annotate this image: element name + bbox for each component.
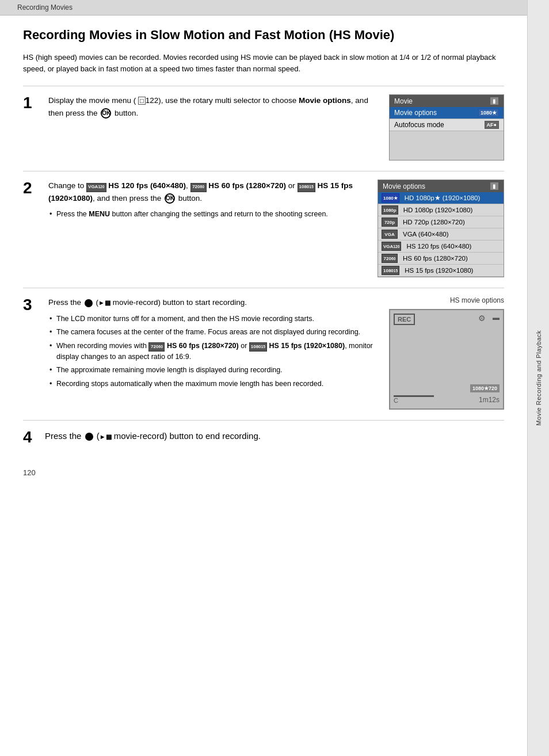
step-1-instruction: Display the movie menu ( □122), use the …: [48, 94, 380, 119]
screen2-badge-0: 1080★: [382, 193, 399, 203]
step-3-bullet-4: Recording stops automatically when the m…: [48, 379, 380, 390]
step-3-bullets: The LCD monitor turns off for a moment, …: [48, 314, 380, 390]
step-4-instruction: Press the (►▩ movie-record) button to en…: [45, 429, 504, 443]
72060-badge-inline: 72060: [148, 342, 165, 352]
screen2-badge-1: 1080p: [382, 205, 398, 215]
step-4-row: 4 Press the (►▩ movie-record) button to …: [23, 429, 504, 446]
main-content: Recording Movies Recording Movies in Slo…: [0, 0, 527, 756]
sidebar-text: Movie Recording and Playback: [535, 330, 542, 426]
rec-badge: REC: [394, 314, 415, 325]
step-3-number: 3: [23, 296, 39, 314]
record-button-icon-4: [85, 433, 93, 441]
hs-time-display: 1m12s: [479, 396, 500, 404]
screen2-item-0: 1080★ HD 1080p★ (1920×1080): [378, 192, 504, 204]
108015-badge-inline: 108015: [249, 342, 267, 352]
step-1-row: 1 Display the movie menu ( □122), use th…: [23, 94, 504, 161]
content-area: Recording Movies in Slow Motion and Fast…: [0, 16, 527, 756]
movie-options-screen: Movie options ▮ 1080★ HD 1080p★ (1920×10…: [378, 180, 504, 277]
screen2-item-1: 1080p HD 1080p (1920×1080): [378, 204, 504, 216]
screen2-badge-4: VGA120: [382, 242, 401, 251]
screen1-badge-0: 1080★: [478, 109, 499, 117]
108015-badge: 108015: [298, 183, 315, 192]
screen2-title: Movie options ▮: [378, 180, 504, 192]
step-2-body: Change to VGA120 HS 120 fps (640×480), 7…: [48, 180, 368, 223]
screen2-badge-5: 72060: [382, 254, 398, 263]
screen2-item-6: 108015 HS 15 fps (1920×1080): [378, 265, 504, 277]
screen2-item-2: 720p HD 720p (1280×720): [378, 216, 504, 228]
step-3-section: 3 Press the (►▩ movie-record) button to …: [23, 288, 504, 410]
screen1-badge-1: AF●: [485, 121, 499, 129]
step-3-bullet-3: The approximate remaining movie length i…: [48, 365, 380, 376]
ok-button-icon: OK: [101, 108, 111, 119]
sidebar: Movie Recording and Playback: [527, 0, 549, 756]
screen1-mode-icon: ▮: [490, 97, 499, 105]
screen2-mode-icon: ▮: [490, 182, 499, 190]
settings-icon: ⚙: [478, 314, 486, 323]
movie-menu-screen: Movie ▮ Movie options 1080★ Autofocus mo…: [389, 94, 504, 161]
step-3-bullet-0: The LCD monitor turns off for a moment, …: [48, 314, 380, 324]
step-2-bullets: Press the MENU button after changing the…: [48, 209, 368, 220]
step-3-bullet-2: When recording movies with 72060 HS 60 f…: [48, 341, 380, 363]
step-1-number: 1: [23, 94, 39, 112]
step-4-number: 4: [23, 429, 39, 446]
hs-c-label: C: [394, 397, 398, 404]
vga120-badge: VGA120: [86, 183, 106, 192]
step-2-number: 2: [23, 180, 39, 197]
step-2-image: Movie options ▮ 1080★ HD 1080p★ (1920×10…: [378, 180, 504, 277]
step-1-section: 1 Display the movie menu ( □122), use th…: [23, 86, 504, 161]
screen2-badge-6: 108015: [382, 266, 399, 275]
screen1-empty-space: [390, 131, 504, 160]
movie-record-symbol-4: ►▩: [100, 433, 112, 440]
step-3-bullet-1: The camera focuses at the center of the …: [48, 327, 380, 338]
movie-record-symbol: ►▩: [98, 299, 110, 306]
step-1-image: Movie ▮ Movie options 1080★ Autofocus mo…: [389, 94, 504, 161]
step-2-instruction: Change to VGA120 HS 120 fps (640×480), 7…: [48, 180, 368, 204]
screen2-item-3: VGA VGA (640×480): [378, 228, 504, 240]
screen1-item-0: Movie options 1080★: [390, 107, 504, 119]
page-title: Recording Movies in Slow Motion and Fast…: [23, 27, 504, 44]
menu-icon: ▬: [493, 314, 500, 322]
page-number: 120: [23, 457, 504, 483]
step-4-body: Press the (►▩ movie-record) button to en…: [45, 429, 504, 446]
step-1-body: Display the movie menu ( □122), use the …: [48, 94, 380, 123]
step-3-instruction: Press the (►▩ movie-record) button to st…: [48, 296, 380, 309]
screen2-item-5: 72060 HS 60 fps (1280×720): [378, 253, 504, 265]
hs-progress-bar: [394, 395, 434, 397]
ok-button-icon-2: OK: [165, 193, 175, 204]
breadcrumb-text: Recording Movies: [17, 3, 73, 12]
step-3-image: HS movie options REC ⚙ ▬ 1080★720 C 1m1: [389, 296, 504, 410]
screen2-badge-3: VGA: [382, 230, 398, 239]
screen2-badge-2: 720p: [382, 217, 398, 227]
step-2-section: 2 Change to VGA120 HS 120 fps (640×480),…: [23, 171, 504, 277]
record-button-icon: [85, 299, 93, 307]
hs-preview-screen: REC ⚙ ▬ 1080★720 C 1m12s: [389, 309, 504, 410]
step-2-row: 2 Change to VGA120 HS 120 fps (640×480),…: [23, 180, 504, 277]
hs-options-label: HS movie options: [450, 296, 504, 304]
step-3-cols: 3 Press the (►▩ movie-record) button to …: [23, 296, 504, 410]
step-2-bullet-0: Press the MENU button after changing the…: [48, 209, 368, 220]
screen2-item-4: VGA120 HS 120 fps (640×480): [378, 240, 504, 253]
hs-resolution-badge: 1080★720: [470, 384, 500, 392]
screen1-menu-body: Movie options 1080★ Autofocus mode AF●: [390, 107, 504, 160]
screen1-item-1: Autofocus mode AF●: [390, 119, 504, 131]
intro-text: HS (high speed) movies can be recorded. …: [23, 52, 504, 76]
page-wrapper: Recording Movies Recording Movies in Slo…: [0, 0, 549, 756]
72060-badge: 72060: [190, 183, 207, 192]
step-4-section: 4 Press the (►▩ movie-record) button to …: [23, 420, 504, 446]
breadcrumb: Recording Movies: [0, 0, 527, 16]
step-3-text: Press the (►▩ movie-record) button to st…: [48, 296, 380, 392]
screen1-title: Movie ▮: [390, 95, 504, 107]
